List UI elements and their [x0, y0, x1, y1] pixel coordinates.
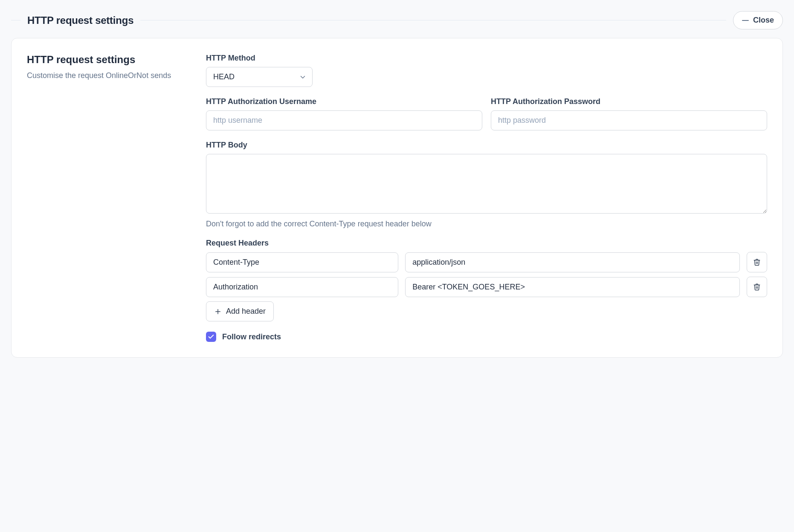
auth-password-label: HTTP Authorization Password	[491, 97, 767, 106]
http-body-hint: Don't forgot to add the correct Content-…	[206, 220, 767, 228]
section-subtitle: Customise the request OnlineOrNot sends	[27, 70, 189, 81]
http-body-field: HTTP Body Don't forgot to add the correc…	[206, 141, 767, 228]
divider	[140, 20, 726, 20]
header-row	[206, 277, 767, 297]
follow-redirects-label: Follow redirects	[222, 332, 281, 341]
settings-panel: HTTP request settings Customise the requ…	[11, 38, 783, 358]
http-method-field: HTTP Method HEAD	[206, 54, 767, 87]
http-method-select[interactable]: HEAD	[206, 67, 313, 87]
check-icon	[208, 333, 214, 340]
header-value-input[interactable]	[405, 252, 740, 272]
close-button[interactable]: Close	[733, 11, 783, 29]
panel-title: HTTP request settings	[27, 14, 133, 26]
header-row	[206, 252, 767, 272]
http-method-label: HTTP Method	[206, 54, 767, 63]
delete-header-button[interactable]	[747, 252, 767, 272]
header-value-input[interactable]	[405, 277, 740, 297]
http-method-select-wrap: HEAD	[206, 67, 313, 87]
header-key-input[interactable]	[206, 252, 398, 272]
http-body-input[interactable]	[206, 154, 767, 214]
add-header-button[interactable]: Add header	[206, 301, 274, 321]
request-headers-section: Request Headers	[206, 239, 767, 321]
add-header-label: Add header	[226, 307, 266, 316]
follow-redirects-checkbox[interactable]	[206, 332, 216, 342]
auth-password-input[interactable]	[491, 110, 767, 130]
auth-fields: HTTP Authorization Username HTTP Authori…	[206, 97, 767, 130]
header-key-input[interactable]	[206, 277, 398, 297]
close-button-label: Close	[753, 16, 774, 25]
section-title: HTTP request settings	[27, 54, 189, 66]
divider	[11, 20, 20, 20]
trash-icon	[753, 283, 761, 291]
delete-header-button[interactable]	[747, 277, 767, 297]
http-body-label: HTTP Body	[206, 141, 767, 150]
auth-username-field: HTTP Authorization Username	[206, 97, 482, 130]
minus-icon	[742, 20, 749, 21]
form-fields: HTTP Method HEAD HTTP Authorization User…	[206, 54, 767, 342]
panel-header: HTTP request settings Close	[11, 11, 783, 29]
auth-username-label: HTTP Authorization Username	[206, 97, 482, 106]
request-headers-label: Request Headers	[206, 239, 767, 248]
follow-redirects-field: Follow redirects	[206, 332, 767, 342]
auth-username-input[interactable]	[206, 110, 482, 130]
auth-password-field: HTTP Authorization Password	[491, 97, 767, 130]
trash-icon	[753, 258, 761, 266]
headers-list: Add header	[206, 252, 767, 321]
plus-icon	[214, 308, 222, 315]
section-intro: HTTP request settings Customise the requ…	[27, 54, 189, 342]
